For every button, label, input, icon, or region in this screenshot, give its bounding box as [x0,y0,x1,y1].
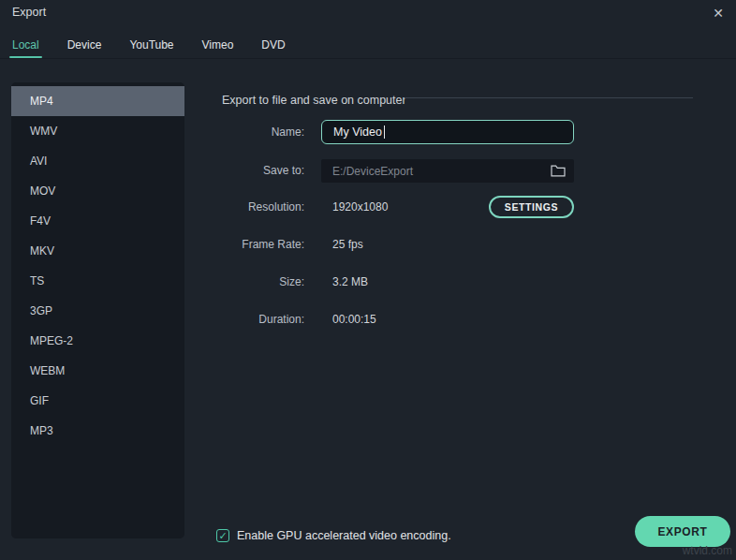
format-item-webm[interactable]: WEBM [11,356,184,386]
format-sidebar: MP4WMVAVIMOVF4VMKVTS3GPMPEG-2WEBMGIFMP3 [11,82,184,538]
format-item-mpeg-2[interactable]: MPEG-2 [11,326,184,356]
checkmark-icon: ✓ [218,531,227,541]
field-label: Name: [215,120,304,144]
tab-local[interactable]: Local [11,36,40,58]
tab-device[interactable]: Device [66,36,103,58]
export-button[interactable]: EXPORT [635,516,730,547]
field-row-saveto: Save to:E:/DeviceExport [215,158,699,183]
field-row-size: Size:3.2 MB [215,270,699,294]
field-row-resolution: Resolution:1920x1080SETTINGS [215,195,699,219]
browse-folder-button[interactable] [551,165,566,177]
text-cursor [384,125,385,139]
settings-button[interactable]: SETTINGS [489,196,574,218]
field-value: 3.2 MB [332,270,368,294]
format-item-mp3[interactable]: MP3 [11,416,184,446]
field-row-duration: Duration:00:00:15 [215,307,699,332]
field-value: 00:00:15 [332,307,376,332]
gpu-encoding-label: Enable GPU accelerated video encoding. [237,529,451,543]
gpu-encoding-checkbox[interactable]: ✓ [216,529,229,542]
field-label: Save to: [215,158,304,183]
field-label: Duration: [215,307,304,332]
section-divider [405,97,693,98]
field-value: 1920x1080 [332,195,388,219]
save-to-path: E:/DeviceExport [332,165,413,178]
field-row-framerate: Frame Rate:25 fps [215,232,699,257]
name-input[interactable]: My Video [321,120,574,144]
format-item-mkv[interactable]: MKV [11,236,184,266]
format-item-wmv[interactable]: WMV [11,116,184,146]
format-item-f4v[interactable]: F4V [11,206,184,236]
section-title: Export to file and save on computer [222,94,406,107]
field-label: Frame Rate: [215,232,304,257]
format-item-gif[interactable]: GIF [11,386,184,416]
save-to-field[interactable]: E:/DeviceExport [321,159,574,183]
close-icon[interactable]: ✕ [708,4,729,22]
field-row-name: Name:My Video [215,120,699,144]
export-dialog: Export ✕ LocalDeviceYouTubeVimeoDVD MP4W… [0,0,736,560]
format-item-mov[interactable]: MOV [11,176,184,206]
format-item-3gp[interactable]: 3GP [11,296,184,326]
name-input-value: My Video [333,125,382,139]
field-label: Resolution: [215,195,304,219]
format-item-mp4[interactable]: MP4 [11,86,184,116]
tab-youtube[interactable]: YouTube [128,36,174,58]
tab-vimeo[interactable]: Vimeo [201,36,235,58]
field-value: 25 fps [332,232,363,257]
format-item-avi[interactable]: AVI [11,146,184,176]
folder-icon [551,165,566,177]
field-label: Size: [215,270,304,294]
titlebar: Export ✕ [0,0,736,28]
tab-dvd[interactable]: DVD [260,36,286,58]
dialog-title: Export [12,6,46,19]
format-item-ts[interactable]: TS [11,266,184,296]
watermark: wtvid.com [683,544,732,557]
export-tabs: LocalDeviceYouTubeVimeoDVD [0,36,736,59]
